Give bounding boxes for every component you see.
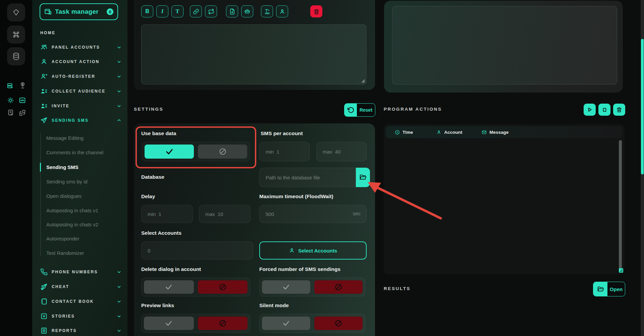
silent-mode-label: Silent mode [259,302,289,309]
bold-button[interactable]: B [141,5,153,17]
sidebar-item-account-action[interactable]: ACCOUNT ACTION [40,57,121,66]
submenu-item-text-randomizer[interactable]: Text Randomizer [46,249,84,257]
server-check-icon[interactable] [7,82,14,90]
submenu-item-autoresponder[interactable]: Autoresponder [46,234,79,242]
message-text-area[interactable] [141,24,367,85]
database-label: Database [141,174,164,180]
log-preview-area[interactable] [392,6,617,85]
sidebar-item-stories[interactable]: STORIES [40,312,121,321]
settings-title: SETTINGS [134,107,163,112]
preview-links-disable[interactable] [198,317,248,330]
delete-message-button[interactable] [310,5,322,17]
chevron-down-icon [117,299,121,304]
chevron-down-icon [117,328,121,333]
swap-icon[interactable] [19,109,26,116]
database-path-input[interactable] [259,168,356,187]
check-icon [282,283,290,291]
sidebar-item-reports[interactable]: REPORTS [40,326,121,335]
user-button[interactable] [276,5,288,17]
results-title: RESULTS [384,286,411,291]
user-icon [289,247,295,254]
forced-sms-enable[interactable] [262,280,310,294]
delay-max-input[interactable] [199,205,251,223]
sidebar-item-invite[interactable]: INVITE [40,102,121,110]
table-scrollbar[interactable] [619,140,622,270]
page-scrollbar-thumb[interactable] [641,39,644,174]
select-accounts-button[interactable]: Select Accounts [259,241,367,260]
log-preview-area-wrap [392,6,617,85]
user-list-icon [40,102,48,110]
submenu-item-comments-in-channel[interactable]: Comments in the channel [46,148,103,156]
delete-dialog-disable[interactable] [198,280,248,294]
sidebar-item-cheat[interactable]: CHEAT [40,282,121,291]
chevron-down-icon [117,104,121,108]
icon-rail [0,0,32,336]
column-message[interactable]: Message [482,130,508,135]
repeat-button[interactable] [205,5,217,17]
table-resize-grip[interactable] [619,268,623,273]
submenu-item-sending-sms[interactable]: Sending SMS [46,163,78,171]
gem-icon[interactable] [7,3,25,21]
paper-plane-icon [40,117,48,124]
forced-sms-disable[interactable] [314,280,363,294]
code-window-icon[interactable] [19,97,26,104]
gear-icon[interactable] [7,97,14,104]
accounts-count-input[interactable] [141,241,253,260]
open-results-button[interactable]: Open [593,282,625,296]
submenu-item-autoposting-v1[interactable]: Autoposting in chats v1 [46,206,98,214]
forced-sms-toggle [259,278,365,296]
preview-links-enable[interactable] [144,317,194,330]
database-icon[interactable] [7,47,25,65]
user-list-icon [40,88,48,95]
submenu-item-message-editing[interactable]: Message Editing [46,134,84,142]
sidebar-item-auto-register[interactable]: AUTO-REGISTER [40,72,121,81]
link-button[interactable] [190,5,202,17]
clear-actions-button[interactable] [613,104,625,116]
sidebar-item-phone-numbers[interactable]: PHONE NUMBERS [40,268,121,276]
red-arrow-annotation [365,179,445,222]
clipboard-check-icon[interactable] [7,109,14,116]
submenu-guide-line [40,133,41,256]
sms-per-account-max-input[interactable] [316,142,367,161]
silent-mode-enable[interactable] [262,317,310,330]
silent-mode-disable[interactable] [314,317,363,330]
plane-gear-icon [40,283,48,290]
submenu-item-open-dialogues[interactable]: Open dialogues [46,192,82,200]
text-style-button[interactable] [261,5,273,17]
file-insert-button[interactable] [226,5,238,17]
sidebar-item-collect-audience[interactable]: COLLECT AUDIENCE [40,87,121,96]
ban-icon [334,319,342,327]
text-button[interactable]: T [171,5,183,17]
timeout-input[interactable] [259,205,367,223]
message-text-area-wrap [141,24,367,85]
chevron-down-icon [117,284,121,289]
column-time[interactable]: Time [395,130,413,135]
resize-grip-icon[interactable] [361,78,365,83]
select-accounts-label: Select Accounts [141,230,181,236]
italic-button[interactable]: I [156,5,168,17]
sidebar-item-panel-accounts[interactable]: PANEL ACCOUNTS [40,43,121,52]
user-icon [436,130,441,135]
trash-icon [616,107,622,113]
sidebar-item-contact-book[interactable]: CONTACT BOOK [40,297,121,306]
webcam-user-icon[interactable] [19,82,26,89]
delete-dialog-enable[interactable] [144,280,194,294]
command-icon[interactable] [7,25,25,44]
preview-links-toggle [141,314,250,333]
task-manager-button[interactable]: Task manager 0 [40,3,118,20]
start-button[interactable] [584,104,596,116]
forced-sms-label: Forced number of SMS sendings [259,266,340,272]
ban-icon [334,283,342,291]
robot-button[interactable] [241,5,253,17]
column-account[interactable]: Account [436,130,462,135]
submenu-item-autoposting-v2[interactable]: Autoposting in chats v2 [46,220,98,228]
submenu-item-sending-sms-by-id[interactable]: Sending sms by id [46,177,88,185]
sidebar-item-sending-sms[interactable]: SENDING SMS [40,116,121,125]
sidebar-item-home[interactable]: HOME [40,29,121,37]
delay-min-input[interactable] [141,205,193,223]
reset-button[interactable]: Reset [344,103,375,117]
sms-per-account-min-input[interactable] [259,142,310,161]
app-root: Task manager 0 HOME PANEL ACCOUNTS ACCOU… [0,0,644,336]
stop-button[interactable] [598,104,610,116]
rotate-ccw-icon [344,104,357,116]
